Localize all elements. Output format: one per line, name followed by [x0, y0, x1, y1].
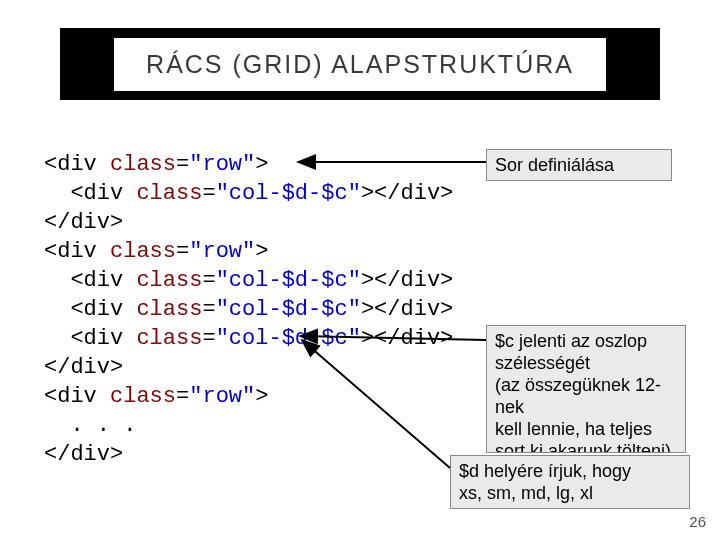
slide-title-box: RÁCS (GRID) ALAPSTRUKTÚRA [60, 28, 660, 100]
slide-title: RÁCS (GRID) ALAPSTRUKTÚRA [114, 38, 606, 91]
page-number: 26 [689, 513, 706, 530]
code-block: <div class="row"> <div class="col-$d-$c"… [44, 150, 453, 469]
callout-row-definition: Sor definiálása [486, 149, 672, 181]
callout-column-width: $c jelenti az oszlop szélességét(az össz… [486, 325, 686, 453]
callout-device: $d helyére írjuk, hogyxs, sm, md, lg, xl [450, 455, 690, 509]
